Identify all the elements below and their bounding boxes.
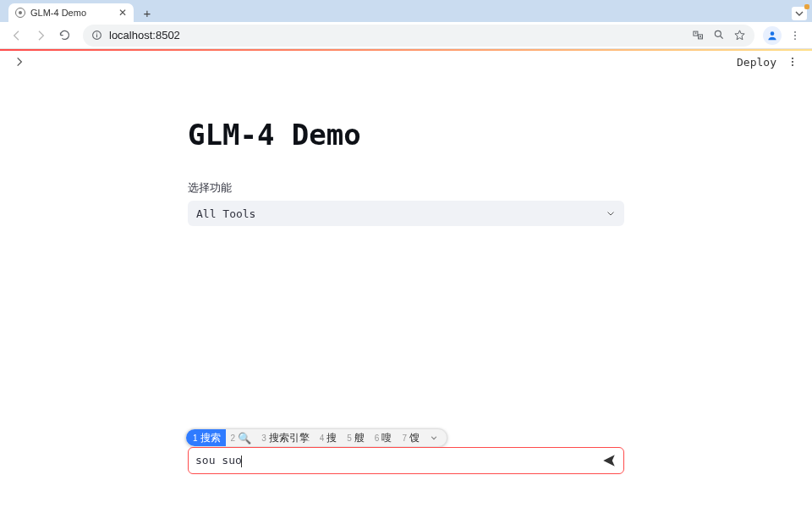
close-icon[interactable]: ✕ — [118, 8, 127, 18]
svg-point-1 — [96, 33, 97, 34]
svg-point-6 — [771, 31, 775, 36]
back-button[interactable] — [7, 25, 27, 46]
ime-candidate[interactable]: 4搜 — [315, 429, 343, 446]
forward-button[interactable] — [30, 25, 51, 46]
site-info-icon[interactable] — [91, 30, 102, 41]
ime-candidate[interactable]: 1搜索 — [186, 429, 226, 446]
sidebar-toggle[interactable] — [14, 56, 25, 68]
ime-candidate[interactable]: 3搜索引擎 — [256, 429, 315, 446]
ime-candidate[interactable]: 7馊 — [397, 429, 425, 446]
page-title: GLM-4 Demo — [188, 118, 624, 152]
kebab-menu-button[interactable] — [785, 25, 805, 46]
main-content: GLM-4 Demo 选择功能 All Tools — [188, 72, 624, 226]
ime-more[interactable] — [425, 433, 443, 442]
translate-icon[interactable] — [692, 29, 705, 41]
chat-input-wrap: sou suo — [188, 447, 624, 474]
url-text: localhost:8502 — [109, 29, 180, 41]
browser-chrome: GLM-4 Demo ✕ + localhost:8502 — [0, 0, 812, 51]
ime-candidate[interactable]: 6嗖 — [370, 429, 398, 446]
reload-button[interactable] — [54, 25, 74, 46]
deploy-button[interactable]: Deploy — [737, 56, 776, 69]
ime-candidate[interactable]: 5艘 — [342, 429, 370, 446]
chevron-down-icon — [606, 208, 616, 218]
chat-input-text: sou suo — [195, 454, 242, 467]
new-tab-button[interactable]: + — [139, 4, 156, 21]
svg-point-11 — [792, 61, 793, 63]
ime-candidate[interactable]: 2🔍 — [226, 429, 257, 446]
address-bar[interactable]: localhost:8502 — [83, 25, 754, 47]
select-value: All Tools — [196, 207, 255, 220]
tabs-dropdown[interactable] — [792, 7, 807, 20]
loading-progress-bar — [0, 49, 812, 51]
ime-candidate-bar[interactable]: 1搜索2🔍3搜索引擎4搜5艘6嗖7馊 — [185, 428, 447, 447]
globe-icon — [15, 8, 25, 18]
browser-toolbar: localhost:8502 — [0, 22, 812, 49]
tab-strip: GLM-4 Demo ✕ + — [0, 0, 812, 22]
tool-select[interactable]: All Tools — [188, 201, 624, 226]
bookmark-icon[interactable] — [733, 29, 746, 41]
chat-input[interactable]: sou suo — [188, 447, 624, 474]
select-label: 选择功能 — [188, 180, 624, 196]
svg-point-8 — [794, 35, 796, 36]
browser-tab[interactable]: GLM-4 Demo ✕ — [8, 3, 134, 22]
svg-point-7 — [794, 30, 796, 32]
app-header: Deploy — [0, 52, 812, 72]
notification-dot-icon — [804, 4, 809, 9]
kebab-menu-icon[interactable] — [787, 56, 798, 68]
send-icon[interactable] — [601, 453, 617, 468]
svg-point-5 — [715, 30, 721, 36]
tab-title: GLM-4 Demo — [30, 8, 86, 18]
svg-point-10 — [792, 58, 793, 59]
svg-point-12 — [792, 64, 793, 66]
profile-button[interactable] — [763, 26, 782, 45]
svg-point-9 — [794, 38, 796, 40]
svg-rect-2 — [96, 34, 97, 37]
zoom-icon[interactable] — [713, 29, 725, 41]
